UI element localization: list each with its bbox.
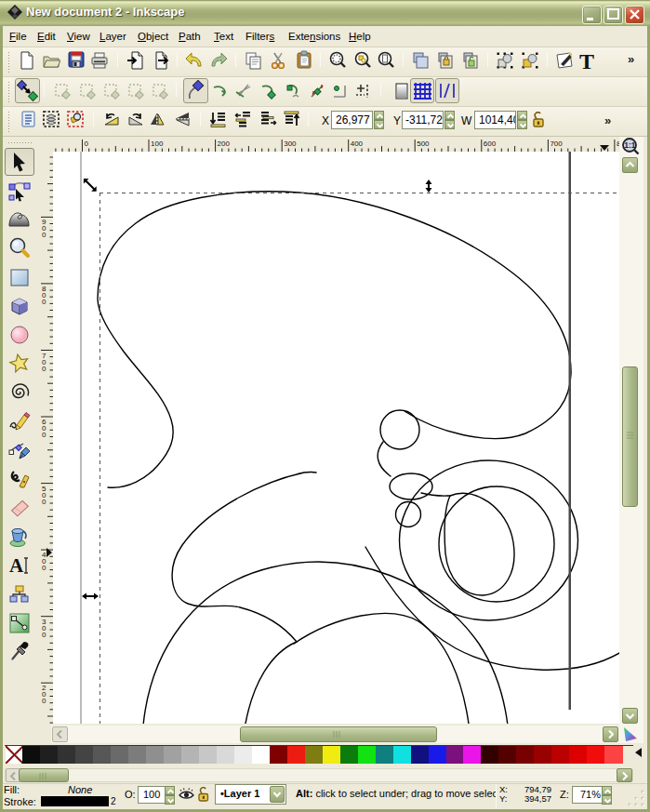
svg-text:0: 0	[42, 231, 46, 239]
svg-text:400: 400	[351, 140, 364, 148]
svg-text:A: A	[9, 554, 24, 577]
svg-text:600: 600	[484, 140, 497, 148]
svg-text:0: 0	[85, 140, 89, 148]
svg-text:1:1: 1:1	[624, 140, 636, 150]
svg-text:0: 0	[42, 431, 46, 439]
svg-text:700: 700	[550, 140, 563, 148]
svg-text:200: 200	[218, 140, 231, 148]
svg-text:100: 100	[151, 140, 164, 148]
svg-text:500: 500	[417, 140, 430, 148]
svg-text:0: 0	[42, 564, 46, 572]
svg-text:0: 0	[42, 365, 46, 373]
svg-text:0: 0	[42, 498, 46, 506]
svg-text:300: 300	[284, 140, 297, 148]
svg-text:0: 0	[42, 697, 46, 705]
svg-text:0: 0	[42, 298, 46, 306]
svg-text:0: 0	[42, 631, 46, 639]
